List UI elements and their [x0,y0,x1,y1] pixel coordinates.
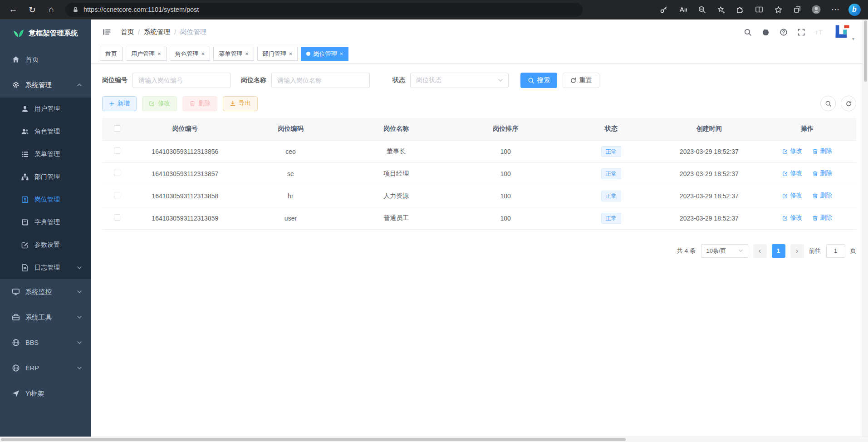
zoom-button[interactable] [693,2,711,17]
sidebar-item-roles[interactable]: 角色管理 [0,120,91,143]
chevron-down-icon [76,339,83,346]
row-edit-link[interactable]: 修改 [782,214,802,222]
collections-button[interactable] [788,2,806,17]
close-icon[interactable]: × [157,51,161,57]
sidebar-item-system-management[interactable]: 系统管理 [0,72,91,98]
add-button[interactable]: 新增 [102,96,137,111]
trash-icon [812,215,818,221]
read-aloud-button[interactable] [674,2,692,17]
app-logo-home-link[interactable]: 意框架管理系统 [0,20,91,47]
select-all-checkbox[interactable] [114,125,120,132]
profile-button[interactable] [807,2,825,17]
row-delete-link[interactable]: 删除 [812,169,832,177]
row-delete-link[interactable]: 删除 [812,192,832,200]
row-edit-link[interactable]: 修改 [782,192,802,200]
main-area: 首页 / 系统管理 / 岗位管理 тT ▾ 首页 用户管理 × 角色管理 [91,20,863,437]
row-edit-link[interactable]: 修改 [782,147,802,155]
close-icon[interactable]: × [289,51,293,57]
chevron-down-icon [76,265,83,271]
sidebar-item-label: 参数设置 [34,241,60,249]
export-button[interactable]: 导出 [223,96,258,111]
horizontal-scrollbar[interactable] [0,437,868,442]
browser-home-button[interactable]: ⌂ [43,2,60,17]
row-delete-link[interactable]: 删除 [812,147,832,155]
toggle-search-button[interactable] [820,96,836,111]
browser-refresh-button[interactable]: ↻ [24,2,41,17]
add-favorite-button[interactable] [712,2,730,17]
page-1-button[interactable]: 1 [772,244,785,258]
user-avatar-menu[interactable]: ▾ [833,23,854,41]
sidebar-item-posts[interactable]: 岗位管理 [0,188,91,211]
cell-post-id: 1641030593112313857 [132,162,238,185]
sidebar-item-dictionaries[interactable]: 字典管理 [0,211,91,234]
cell-create-time: 2023-03-29 18:52:37 [660,140,758,162]
download-icon [230,100,236,107]
sidebar-item-departments[interactable]: 部门管理 [0,166,91,188]
sidebar-item-erp[interactable]: ERP [0,355,91,381]
row-checkbox[interactable] [114,214,120,221]
github-button[interactable] [761,28,770,36]
chevron-down-icon [497,77,504,83]
sidebar-item-yi-framework[interactable]: Yi框架 [0,381,91,406]
monitor-icon [12,288,20,296]
close-icon[interactable]: × [201,51,205,57]
row-checkbox[interactable] [114,170,120,176]
sidebar-item-home[interactable]: 首页 [0,47,91,72]
tab-posts-active[interactable]: 岗位管理 × [301,47,348,61]
cell-post-sort: 100 [449,207,562,229]
tab-menus[interactable]: 菜单管理 × [213,47,254,61]
refresh-table-button[interactable] [841,96,856,111]
bing-button[interactable]: b [845,2,863,17]
close-icon[interactable]: × [245,51,249,57]
page-size-select[interactable]: 10条/页 [701,244,748,258]
horizontal-scrollbar-thumb[interactable] [1,438,626,441]
row-checkbox[interactable] [114,192,120,198]
favorites-button[interactable] [769,2,787,17]
prev-page-button[interactable]: ‹ [753,244,767,258]
sidebar-item-monitoring[interactable]: 系统监控 [0,279,91,304]
goto-page-input[interactable] [826,244,845,258]
extensions-button[interactable] [731,2,749,17]
row-edit-link[interactable]: 修改 [782,169,802,177]
sidebar-item-users[interactable]: 用户管理 [0,98,91,120]
post-code-input[interactable] [132,73,231,88]
table-toolbar: 新增 修改 删除 导出 [102,96,856,111]
fullscreen-button[interactable] [797,28,805,36]
column-post-id: 岗位编号 [132,118,238,140]
sidebar-item-parameters[interactable]: 参数设置 [0,234,91,256]
sidebar-item-bbs[interactable]: BBS [0,330,91,355]
header-search-button[interactable] [744,28,752,36]
reset-button[interactable]: 重置 [563,73,599,88]
sidebar-item-tools[interactable]: 系统工具 [0,304,91,330]
breadcrumb-home[interactable]: 首页 [121,28,134,36]
cell-post-code: se [238,162,343,185]
search-button[interactable]: 搜索 [520,73,557,88]
sidebar-item-menus[interactable]: 菜单管理 [0,143,91,166]
status-select[interactable]: 岗位状态 [410,73,509,88]
tab-users[interactable]: 用户管理 × [126,47,167,61]
post-name-input[interactable] [271,73,370,88]
vertical-scrollbar[interactable] [863,20,868,437]
next-page-button[interactable]: › [790,244,804,258]
active-tab-dot [306,52,310,56]
sidebar-item-logs[interactable]: 日志管理 [0,256,91,279]
sidebar-item-label: 日志管理 [34,264,60,272]
collapse-sidebar-button[interactable] [99,25,114,40]
font-size-button[interactable]: тT [815,28,823,36]
browser-back-button[interactable]: ← [5,2,22,17]
row-delete-link[interactable]: 删除 [812,214,832,222]
edit-button[interactable]: 修改 [142,96,177,111]
breadcrumb-system[interactable]: 系统管理 [144,28,170,36]
address-bar[interactable]: https://ccnetcore.com:1101/system/post [65,3,583,17]
delete-button[interactable]: 删除 [182,96,217,111]
row-checkbox[interactable] [114,147,120,154]
browser-menu-button[interactable]: ⋯ [826,2,844,17]
tab-departments[interactable]: 部门管理 × [257,47,298,61]
vertical-scrollbar-thumb[interactable] [864,20,867,82]
tab-home[interactable]: 首页 [100,47,123,61]
tab-roles[interactable]: 角色管理 × [170,47,211,61]
split-screen-button[interactable] [750,2,768,17]
help-button[interactable] [780,28,788,36]
passwords-button[interactable] [655,2,673,17]
close-icon[interactable]: × [339,51,343,57]
